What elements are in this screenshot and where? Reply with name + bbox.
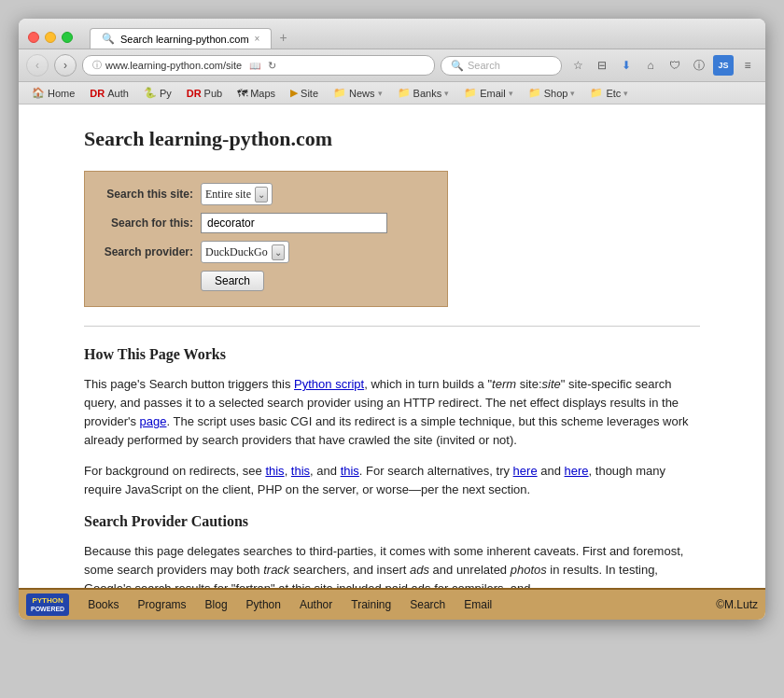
site-italic: site [542,377,561,391]
site-label: Search this site: [100,186,193,202]
star-icon[interactable]: ☆ [567,55,588,76]
footer-author-link[interactable]: Author [290,596,342,613]
bookmark-site-label: Site [301,88,318,99]
bookmark-reader-icon: 📖 [249,61,260,71]
more-icon[interactable]: ≡ [737,55,758,76]
site-select[interactable]: Entire site ⌄ [201,183,273,205]
and2-text: and [538,464,565,478]
here2-link[interactable]: here [565,464,589,478]
footer-books-link[interactable]: Books [78,596,128,613]
ads-italic: ads [410,563,429,577]
how-paragraph-2: For background on redirects, see this, t… [84,462,700,499]
bookmark-news[interactable]: 📁 News ▾ [328,85,388,101]
query-input[interactable] [201,213,387,233]
bookmark-news-label: News [349,88,375,99]
etc-dropdown-icon: ▾ [623,89,628,98]
shop-dropdown-icon: ▾ [570,89,575,98]
minimize-button[interactable] [45,32,56,43]
footer-programs-link[interactable]: Programs [129,596,196,613]
active-tab[interactable]: 🔍 Search learning-python.com × [90,28,272,49]
reload-icon[interactable]: ↻ [268,60,276,72]
this2-link[interactable]: this [291,464,310,478]
bookmark-shop-label: Shop [544,88,568,99]
and-text: , and [310,464,341,478]
this3-link[interactable]: this [341,464,359,478]
python-script-link[interactable]: Python script [294,377,364,391]
bookmark-pub[interactable]: DR Pub [181,86,228,101]
forward-icon: › [63,59,67,72]
bookmark-auth[interactable]: DR Auth [84,86,134,101]
close-button[interactable] [28,32,39,43]
track-italic: track [263,563,289,577]
bookmark-banks[interactable]: 📁 Banks ▾ [392,85,455,101]
browser-search-placeholder: Search [468,60,500,71]
page-link[interactable]: page [140,414,167,428]
maps-icon: 🗺 [237,88,247,99]
page-content: Search learning-python.com Search this s… [56,105,728,588]
email-folder-icon: 📁 [464,87,477,99]
comma1: , [285,464,291,478]
site-select-value: Entire site [205,186,251,202]
search-form-box: Search this site: Entire site ⌄ Search f… [84,171,448,307]
download-icon[interactable]: ⬇ [616,55,637,76]
bookmark-etc[interactable]: 📁 Etc ▾ [584,85,634,101]
new-tab-button[interactable]: + [272,26,294,49]
maximize-button[interactable] [62,32,73,43]
caution-mid: searchers, and insert [289,563,410,577]
footer-email-link[interactable]: Email [455,596,501,613]
footer-blog-link[interactable]: Blog [196,596,237,613]
bookmark-home[interactable]: 🏠 Home [26,85,80,101]
save-icon[interactable]: ⊟ [592,55,612,76]
tab-bar: 🔍 Search learning-python.com × + [90,26,756,49]
tab-favicon: 🔍 [102,33,115,45]
bookmark-banks-label: Banks [413,88,442,99]
email-dropdown-icon: ▾ [509,89,513,98]
back-icon: ‹ [35,59,39,72]
provider-select[interactable]: DuckDuckGo ⌄ [201,241,289,263]
bookmark-pub-label: Pub [204,88,223,99]
footer-search-link[interactable]: Search [400,596,455,613]
back-button[interactable]: ‹ [26,54,49,77]
tab-close-button[interactable]: × [255,34,260,44]
browser-window: 🔍 Search learning-python.com × + ‹ › ⓘ w… [19,19,765,620]
search-submit-button[interactable]: Search [201,271,264,291]
logo-powered-text: POWERED [31,606,64,613]
lock-icon: ⓘ [92,59,102,72]
browser-search-bar[interactable]: 🔍 Search [441,56,562,76]
py-icon: 🐍 [144,87,157,99]
home-icon[interactable]: ⌂ [640,55,661,76]
section-divider [84,326,700,327]
info-circle-icon[interactable]: ⓘ [689,55,709,76]
bookmark-home-label: Home [48,88,75,99]
bookmark-py[interactable]: 🐍 Py [138,85,177,101]
footer-nav: PYTHON POWERED Books Programs Blog Pytho… [19,588,765,620]
term-italic: term [492,377,516,391]
url-bar[interactable]: ⓘ www.learning-python.com/site 📖 ↻ [82,55,435,76]
banks-folder-icon: 📁 [398,87,411,99]
bookmark-maps[interactable]: 🗺 Maps [231,86,281,101]
photos-italic: photos [511,563,547,577]
home-bookmark-icon: 🏠 [32,87,45,99]
how-section-heading: How This Page Works [84,343,700,366]
nav-icons: ☆ ⊟ ⬇ ⌂ 🛡 ⓘ JS ≡ [567,55,758,76]
site-row: Search this site: Entire site ⌄ [100,183,432,205]
tab-title: Search learning-python.com [120,34,249,45]
how-paragraph-1: This page's Search button triggers this … [84,375,700,451]
bookmark-shop[interactable]: 📁 Shop ▾ [523,85,581,101]
shield-icon[interactable]: 🛡 [665,55,685,76]
para1-mid2: site: [516,377,541,391]
search-magnifier-icon: 🔍 [451,60,464,72]
bookmark-site[interactable]: ▶ Site [285,85,324,101]
caution-section-heading: Search Provider Cautions [84,510,700,533]
caution-paragraph-1: Because this page delegates searches to … [84,542,700,588]
bookmark-email[interactable]: 📁 Email ▾ [458,85,519,101]
site-select-arrow: ⌄ [255,187,268,202]
news-dropdown-icon: ▾ [378,89,383,98]
content-area: Search learning-python.com Search this s… [19,105,765,588]
this1-link[interactable]: this [265,464,284,478]
forward-button[interactable]: › [54,54,77,77]
footer-training-link[interactable]: Training [342,596,400,613]
here1-link[interactable]: here [513,464,538,478]
footer-python-link[interactable]: Python [237,596,290,613]
js-badge[interactable]: JS [713,55,734,76]
